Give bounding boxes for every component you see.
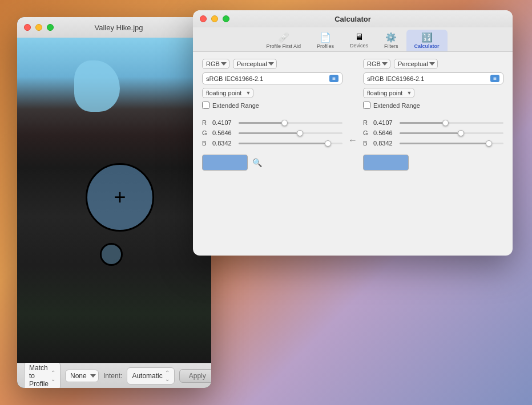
right-panel: RGB Perceptual sRGB IEC61966-2.1 ≡ float… [363, 59, 503, 171]
right-bitdepth-select[interactable]: floating point ▼ [363, 88, 414, 98]
valley-bottom-bar: Match to Profile ⌃⌄ None Intent: Automat… [17, 363, 211, 388]
left-spacer [202, 112, 342, 116]
left-row3: floating point ▼ [202, 88, 342, 98]
right-g-track[interactable] [400, 132, 503, 134]
right-row1: RGB Perceptual [363, 59, 503, 69]
right-b-value: 0.8342 [373, 140, 396, 147]
search-icon[interactable]: 🔍 [252, 158, 262, 167]
center-arrow-icon: ← [348, 135, 357, 145]
right-spacer [363, 112, 503, 116]
right-b-row: B 0.8342 [363, 140, 503, 147]
valley-window: Valley Hike.jpg + Match to Profile ⌃⌄ No… [17, 17, 211, 388]
left-r-track[interactable] [239, 122, 342, 124]
left-bitdepth-chevron: ▼ [245, 90, 251, 96]
calc-title: Calculator [193, 15, 513, 23]
right-g-thumb[interactable] [458, 130, 464, 136]
left-g-fill [239, 132, 297, 134]
right-r-track[interactable] [400, 122, 503, 124]
right-b-fill [400, 143, 486, 144]
left-g-value: 0.5646 [212, 129, 235, 136]
left-row2: sRGB IEC61966-2.1 ≡ [202, 72, 342, 84]
filters-icon: ⚙️ [385, 32, 397, 43]
left-b-label: B [202, 140, 209, 147]
calculator-icon: 🔢 [421, 32, 433, 43]
left-profile-value: sRGB IEC61966-2.1 [206, 75, 263, 82]
calc-body: RGB Perceptual sRGB IEC61966-2.1 ≡ float… [193, 52, 513, 177]
match-profile-select[interactable]: Match to Profile ⌃⌄ [24, 362, 61, 388]
none-select[interactable]: None [65, 370, 99, 382]
right-profile-value: sRGB IEC61966-2.1 [367, 75, 424, 82]
valley-window-title: Valley Hike.jpg [33, 23, 204, 32]
left-bitdepth-select[interactable]: floating point ▼ [202, 88, 253, 98]
calc-tabs: 🩹 Profile First Aid 📄 Profiles 🖥 Devices… [193, 27, 513, 52]
right-bitdepth-chevron: ▼ [406, 90, 412, 96]
left-bitdepth-value: floating point [206, 90, 241, 96]
right-profile-field[interactable]: sRGB IEC61966-2.1 ≡ [363, 72, 503, 84]
match-profile-label: Match to Profile [29, 364, 49, 388]
circle-plus-overlay[interactable]: + [86, 163, 154, 232]
left-intent-select[interactable]: Perceptual [233, 59, 277, 69]
tab-profile-first-aid[interactable]: 🩹 Profile First Aid [258, 30, 309, 51]
right-b-track[interactable] [400, 143, 503, 144]
right-r-row: R 0.4107 [363, 119, 503, 126]
left-row1: RGB Perceptual [202, 59, 342, 69]
left-extended-range-checkbox[interactable] [202, 102, 209, 109]
right-r-label: R [363, 119, 370, 126]
left-r-thumb[interactable] [281, 120, 288, 126]
tab-filters-label: Filters [384, 43, 398, 49]
left-b-fill [239, 143, 325, 144]
left-b-thumb[interactable] [325, 140, 331, 147]
tab-profiles-label: Profiles [317, 43, 334, 49]
right-r-thumb[interactable] [442, 120, 449, 126]
valley-image: + [17, 38, 211, 363]
calculator-window: Calculator 🩹 Profile First Aid 📄 Profile… [193, 10, 513, 256]
left-r-label: R [202, 119, 209, 126]
plus-icon: + [114, 187, 126, 208]
left-b-track[interactable] [239, 143, 342, 144]
left-swatch-row: 🔍 [202, 155, 342, 171]
left-extended-range-label: Extended Range [212, 102, 259, 109]
intent-value: Automatic [132, 372, 162, 380]
intent-chevron: ⌃⌄ [165, 370, 170, 382]
left-profile-btn[interactable]: ≡ [329, 75, 338, 82]
left-g-row: G 0.5646 [202, 129, 342, 136]
left-g-thumb[interactable] [297, 130, 303, 136]
right-intent-select[interactable]: Perceptual [394, 59, 438, 69]
left-r-value: 0.4107 [212, 119, 235, 126]
right-profile-btn[interactable]: ≡ [490, 75, 499, 82]
close-button[interactable] [24, 24, 31, 31]
left-g-label: G [202, 129, 209, 136]
apply-button[interactable]: Apply [179, 369, 211, 383]
right-swatch-row [363, 155, 503, 171]
tab-profiles[interactable]: 📄 Profiles [309, 30, 342, 51]
left-g-track[interactable] [239, 132, 342, 134]
tab-calculator[interactable]: 🔢 Calculator [406, 30, 448, 51]
left-color-swatch[interactable] [202, 155, 248, 171]
left-profile-field[interactable]: sRGB IEC61966-2.1 ≡ [202, 72, 342, 84]
right-g-label: G [363, 129, 370, 136]
right-colorspace-select[interactable]: RGB [363, 59, 390, 69]
right-g-value: 0.5646 [373, 129, 396, 136]
tab-filters[interactable]: ⚙️ Filters [376, 30, 406, 51]
right-row2: sRGB IEC61966-2.1 ≡ [363, 72, 503, 84]
right-bitdepth-value: floating point [367, 90, 402, 96]
tab-profile-first-aid-label: Profile First Aid [266, 43, 301, 49]
center-arrow-container: ← [342, 59, 363, 171]
left-colorspace-select[interactable]: RGB [202, 59, 229, 69]
right-b-thumb[interactable] [486, 140, 492, 147]
tab-devices[interactable]: 🖥 Devices [342, 30, 376, 51]
left-r-row: R 0.4107 [202, 119, 342, 126]
left-row4: Extended Range [202, 102, 342, 109]
right-r-value: 0.4107 [373, 119, 396, 126]
profile-first-aid-icon: 🩹 [278, 32, 289, 43]
right-color-swatch[interactable] [363, 155, 409, 171]
small-circle [100, 243, 123, 266]
right-r-fill [400, 122, 442, 124]
left-r-fill [239, 122, 281, 124]
right-g-fill [400, 132, 458, 134]
tab-calculator-label: Calculator [414, 43, 440, 49]
right-extended-range-label: Extended Range [373, 102, 420, 109]
right-g-row: G 0.5646 [363, 129, 503, 136]
right-extended-range-checkbox[interactable] [363, 102, 370, 109]
devices-icon: 🖥 [354, 32, 364, 42]
